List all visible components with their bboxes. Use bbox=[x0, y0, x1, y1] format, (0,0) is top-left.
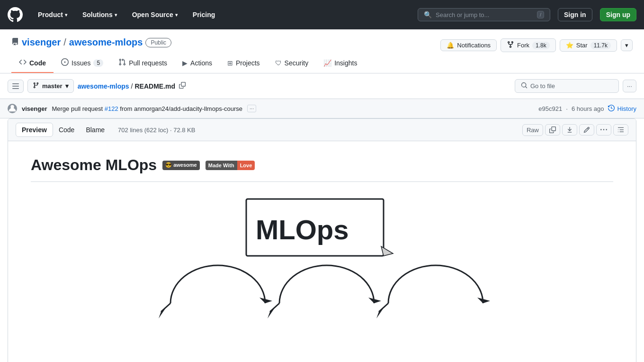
commit-message: Merge pull request #122 from anmorgan24/… bbox=[52, 105, 242, 112]
more-file-options-button[interactable] bbox=[596, 124, 611, 136]
tab-security[interactable]: 🛡 Security bbox=[268, 54, 316, 73]
preview-tab[interactable]: Preview bbox=[16, 123, 53, 137]
main-content: master ▾ awesome-mlops / README.md Go to… bbox=[0, 73, 644, 362]
chevron-down-icon: ▾ bbox=[115, 12, 117, 18]
mlops-diagram-svg: MLOps bbox=[133, 190, 511, 360]
repo-header: visenger / awesome-mlops Public 🔔 Notifi… bbox=[0, 29, 644, 73]
mlops-illustration: MLOps bbox=[31, 190, 613, 360]
svg-marker-7 bbox=[368, 298, 381, 303]
readme-title: Awesome MLOps 😎 awesome Made With Love bbox=[31, 156, 613, 174]
chevron-down-icon: ▾ bbox=[175, 12, 178, 18]
raw-button[interactable]: Raw bbox=[522, 124, 543, 136]
repo-name-path-link[interactable]: awesome-mlops bbox=[78, 82, 129, 90]
history-button[interactable]: History bbox=[608, 105, 636, 113]
chevron-down-icon: ▾ bbox=[65, 12, 67, 18]
add-star-button[interactable]: ▾ bbox=[621, 39, 633, 51]
file-path: awesome-mlops / README.md bbox=[78, 80, 188, 92]
tab-pull-requests[interactable]: Pull requests bbox=[111, 54, 175, 73]
commit-pr-link[interactable]: #122 bbox=[105, 105, 118, 112]
commit-hash: e95c921 bbox=[538, 105, 562, 112]
badge-made-with: Made With Love bbox=[206, 161, 255, 170]
copy-raw-button[interactable] bbox=[545, 124, 560, 136]
commit-bar: visenger Merge pull request #122 from an… bbox=[0, 99, 644, 118]
branch-selector[interactable]: master ▾ bbox=[27, 79, 74, 93]
ellipsis-icon: ··· bbox=[627, 82, 632, 90]
branch-icon bbox=[33, 82, 39, 90]
issue-icon bbox=[61, 58, 69, 67]
nav-pricing[interactable]: Pricing bbox=[189, 9, 219, 20]
chevron-down-icon: ▾ bbox=[625, 42, 628, 49]
file-info: 702 lines (622 loc) · 72.8 KB bbox=[118, 127, 195, 134]
file-nav: master ▾ awesome-mlops / README.md Go to… bbox=[0, 73, 644, 99]
repo-icon bbox=[11, 37, 19, 48]
toggle-sidebar-button[interactable] bbox=[8, 80, 24, 93]
sign-up-button[interactable]: Sign up bbox=[600, 8, 636, 21]
search-bar[interactable]: 🔍 Search or jump to... / bbox=[418, 8, 550, 21]
shield-icon: 🛡 bbox=[275, 59, 282, 67]
slash-key: / bbox=[537, 11, 544, 18]
copy-path-button[interactable] bbox=[177, 80, 188, 92]
fork-button[interactable]: Fork 1.8k bbox=[501, 38, 556, 52]
repo-actions: 🔔 Notifications Fork 1.8k ⭐ Star 11.7k ▾ bbox=[440, 38, 633, 52]
commit-time: · bbox=[566, 105, 568, 112]
file-actions: Raw bbox=[522, 124, 628, 136]
tab-issues[interactable]: Issues 5 bbox=[54, 54, 111, 73]
search-icon: 🔍 bbox=[424, 11, 432, 18]
svg-marker-2 bbox=[381, 246, 393, 256]
repo-owner-link[interactable]: visenger bbox=[22, 37, 61, 48]
edit-button[interactable] bbox=[579, 124, 594, 136]
breadcrumb: visenger / awesome-mlops Public bbox=[11, 37, 171, 48]
tab-projects[interactable]: ⊞ Projects bbox=[220, 54, 268, 73]
pr-icon bbox=[118, 58, 126, 67]
readme-divider bbox=[31, 181, 613, 182]
tab-insights[interactable]: 📈 Insights bbox=[316, 54, 365, 73]
tab-code[interactable]: Code bbox=[11, 54, 54, 73]
visibility-badge: Public bbox=[145, 38, 171, 47]
svg-text:MLOps: MLOps bbox=[256, 214, 349, 245]
star-icon: ⭐ bbox=[566, 42, 573, 49]
actions-icon: ▶ bbox=[182, 59, 188, 67]
nav-product[interactable]: Product ▾ bbox=[34, 9, 71, 20]
repo-tabs: Code Issues 5 Pull requests ▶ Actions ⊞ … bbox=[11, 54, 633, 73]
fork-count: 1.8k bbox=[532, 42, 550, 49]
goto-file-input[interactable]: Go to file bbox=[515, 79, 619, 93]
notifications-button[interactable]: 🔔 Notifications bbox=[440, 39, 497, 51]
current-file: README.md bbox=[134, 82, 175, 90]
search-icon bbox=[521, 82, 528, 90]
nav-open-source[interactable]: Open Source ▾ bbox=[128, 9, 181, 20]
code-icon bbox=[19, 58, 27, 67]
file-view: Preview Code Blame 702 lines (622 loc) ·… bbox=[8, 118, 636, 362]
svg-marker-4 bbox=[259, 298, 272, 303]
download-button[interactable] bbox=[562, 124, 577, 136]
github-logo[interactable] bbox=[8, 7, 23, 22]
top-nav: Product ▾ Solutions ▾ Open Source ▾ Pric… bbox=[0, 0, 644, 29]
star-count: 11.7k bbox=[590, 42, 611, 49]
chevron-down-icon: ▾ bbox=[65, 82, 69, 90]
issues-count: 5 bbox=[93, 59, 103, 67]
star-button[interactable]: ⭐ Star 11.7k bbox=[560, 39, 617, 52]
svg-marker-10 bbox=[477, 298, 490, 303]
readme-content: Awesome MLOps 😎 awesome Made With Love M… bbox=[8, 141, 636, 362]
fork-icon bbox=[507, 41, 514, 50]
code-tab[interactable]: Code bbox=[53, 123, 80, 136]
bell-icon: 🔔 bbox=[447, 42, 454, 49]
sign-in-button[interactable]: Sign in bbox=[558, 8, 592, 21]
projects-icon: ⊞ bbox=[227, 59, 233, 67]
toggle-outline-button[interactable] bbox=[613, 124, 628, 136]
commit-meta: e95c921 · 6 hours ago History bbox=[538, 105, 636, 113]
repo-name-link[interactable]: awesome-mlops bbox=[69, 37, 143, 48]
more-options-button[interactable]: ··· bbox=[623, 80, 636, 92]
badge-awesome: 😎 awesome bbox=[162, 161, 200, 170]
commit-author: visenger bbox=[22, 105, 47, 112]
commit-time-ago: 6 hours ago bbox=[572, 105, 604, 112]
graph-icon: 📈 bbox=[323, 59, 331, 67]
history-icon bbox=[608, 105, 615, 113]
author-avatar bbox=[8, 104, 17, 113]
blame-tab[interactable]: Blame bbox=[80, 123, 110, 136]
file-toolbar: Preview Code Blame 702 lines (622 loc) ·… bbox=[8, 119, 636, 141]
commit-expand-button[interactable]: ··· bbox=[247, 105, 256, 112]
nav-solutions[interactable]: Solutions ▾ bbox=[79, 9, 121, 20]
tab-actions[interactable]: ▶ Actions bbox=[175, 54, 220, 73]
